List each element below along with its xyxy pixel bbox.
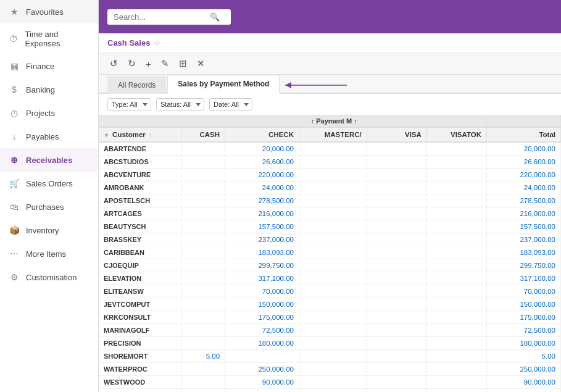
sidebar-item-customisation[interactable]: ⚙ Customisation xyxy=(0,265,98,289)
type-filter[interactable]: Type: All xyxy=(107,98,151,111)
breadcrumb-bar: Cash Sales ☆ xyxy=(99,33,561,53)
table-row[interactable]: ARTCAGES216,000.00216,000.00 xyxy=(99,207,561,220)
cell-mastercard-19 xyxy=(299,389,367,393)
sidebar-label-sales-orders: Sales Orders xyxy=(26,179,73,188)
cell-mastercard-11 xyxy=(299,285,367,298)
table-row[interactable]: MARINAGOLF72,500.0072,500.00 xyxy=(99,324,561,337)
redo-button[interactable]: ↻ xyxy=(125,57,138,70)
projects-icon: ◷ xyxy=(9,107,20,119)
sales-table: ↑ Payment M ↑ ▼ Customer ↑ CASH CHECK MA… xyxy=(99,115,561,392)
table-row[interactable]: KRKCONSULT175,000.00175,000.00 xyxy=(99,311,561,324)
cell-visa-3 xyxy=(367,181,426,194)
cell-mastercard-17 xyxy=(299,363,367,376)
cell-mastercard-12 xyxy=(299,298,367,311)
table-row[interactable]: ELEVATION317,100.00317,100.00 xyxy=(99,272,561,285)
sidebar-item-finance[interactable]: ▦ Finance xyxy=(0,54,98,78)
table-row[interactable]: WATERPROC250,000.00250,000.00 xyxy=(99,363,561,376)
cell-cash-6 xyxy=(181,220,225,233)
col-header-mastercard: MASTERC/ xyxy=(299,127,367,142)
search-icon[interactable]: 🔍 xyxy=(210,12,220,22)
cell-visatok-11 xyxy=(426,285,486,298)
refresh-button[interactable]: ↺ xyxy=(107,57,120,70)
sidebar-item-payables[interactable]: ↓ Payables xyxy=(0,125,98,148)
table-row[interactable]: WFAN4.00166,500.00166,504.00 xyxy=(99,389,561,393)
sidebar-item-purchases[interactable]: 🛍 Purchases xyxy=(0,195,98,219)
breadcrumb-link[interactable]: Cash Sales xyxy=(107,38,150,48)
add-button[interactable]: + xyxy=(143,57,154,70)
status-filter[interactable]: Status: All xyxy=(156,98,204,111)
cell-customer-4: APOSTELSCH xyxy=(99,194,181,207)
cell-mastercard-9 xyxy=(299,259,367,272)
table-row[interactable]: ABCSTUDIOS26,600.0026,600.00 xyxy=(99,156,561,169)
tab-sales-by-payment[interactable]: Sales by Payment Method xyxy=(167,75,280,94)
table-row[interactable]: CJOEQUIP299,750.00299,750.00 xyxy=(99,259,561,272)
cell-check-1: 26,600.00 xyxy=(225,156,299,169)
search-box[interactable]: 🔍 xyxy=(107,9,231,25)
table-row[interactable]: APOSTELSCH278,500.00278,500.00 xyxy=(99,194,561,207)
cell-visatok-8 xyxy=(426,246,486,259)
sidebar-item-projects[interactable]: ◷ Projects xyxy=(0,101,98,125)
sidebar-item-more-items[interactable]: ⋯ More Items xyxy=(0,242,98,265)
table-row[interactable]: BRASSKEY237,000.00237,000.00 xyxy=(99,233,561,246)
table-row[interactable]: AMROBANK24,000.0024,000.00 xyxy=(99,181,561,194)
table-row[interactable]: PRECISION180,000.00180,000.00 xyxy=(99,337,561,350)
tab-all-records[interactable]: All Records xyxy=(107,76,166,94)
customer-sort-icon[interactable]: ↑ xyxy=(149,132,152,138)
purchases-icon: 🛍 xyxy=(9,201,20,212)
table-row[interactable]: SHOREMORT5.005.00 xyxy=(99,350,561,363)
cell-visa-4 xyxy=(367,194,426,207)
cell-total-10: 317,100.00 xyxy=(487,272,561,285)
table-row[interactable]: JEVTCOMPUT150,000.00150,000.00 xyxy=(99,298,561,311)
search-input[interactable] xyxy=(114,12,206,22)
cell-check-19: 166,500.00 xyxy=(225,389,299,393)
cell-total-6: 157,500.00 xyxy=(487,220,561,233)
cell-total-14: 72,500.00 xyxy=(487,324,561,337)
grid-button[interactable]: ⊞ xyxy=(177,57,189,70)
sidebar-item-sales-orders[interactable]: 🛒 Sales Orders xyxy=(0,172,98,195)
sidebar-label-projects: Projects xyxy=(26,109,55,118)
cell-customer-6: BEAUTYSCH xyxy=(99,220,181,233)
date-filter[interactable]: Date: All xyxy=(209,98,252,111)
close-button[interactable]: ✕ xyxy=(194,57,207,70)
table-row[interactable]: ABCVENTURE220,000.00220,000.00 xyxy=(99,169,561,181)
cell-total-4: 278,500.00 xyxy=(487,194,561,207)
cell-customer-12: JEVTCOMPUT xyxy=(99,298,181,311)
cell-visatok-0 xyxy=(426,142,486,156)
cell-check-15: 180,000.00 xyxy=(225,337,299,350)
cell-visatok-14 xyxy=(426,324,486,337)
arrow-annotation xyxy=(285,78,359,93)
cell-visatok-4 xyxy=(426,194,486,207)
table-row[interactable]: WESTWOOD90,000.0090,000.00 xyxy=(99,376,561,389)
sidebar: ★ Favourites ⏱ Time and Expenses ▦ Finan… xyxy=(0,0,99,392)
table-row[interactable]: BEAUTYSCH157,500.00157,500.00 xyxy=(99,220,561,233)
sidebar-label-finance: Finance xyxy=(26,62,54,71)
table-row[interactable]: ELITEANSW70,000.0070,000.00 xyxy=(99,285,561,298)
sidebar-item-favourites[interactable]: ★ Favourites xyxy=(0,0,98,23)
sidebar-label-inventory: Inventory xyxy=(26,226,59,235)
sidebar-item-banking[interactable]: $ Banking xyxy=(0,78,98,101)
sidebar-item-receivables[interactable]: ⊕ Receivables xyxy=(0,148,98,172)
cell-customer-7: BRASSKEY xyxy=(99,233,181,246)
cell-check-12: 150,000.00 xyxy=(225,298,299,311)
cell-cash-14 xyxy=(181,324,225,337)
cell-check-14: 72,500.00 xyxy=(225,324,299,337)
cell-cash-17 xyxy=(181,363,225,376)
sidebar-item-inventory[interactable]: 📦 Inventory xyxy=(0,219,98,242)
cell-check-8: 183,093.00 xyxy=(225,246,299,259)
table-row[interactable]: CARIBBEAN183,093.00183,093.00 xyxy=(99,246,561,259)
cell-customer-13: KRKCONSULT xyxy=(99,311,181,324)
inventory-icon: 📦 xyxy=(9,225,20,236)
breadcrumb-star[interactable]: ☆ xyxy=(154,38,161,48)
cell-cash-12 xyxy=(181,298,225,311)
customer-filter-icon[interactable]: ▼ xyxy=(104,132,109,138)
cell-cash-9 xyxy=(181,259,225,272)
cell-mastercard-16 xyxy=(299,350,367,363)
cell-check-0: 20,000.00 xyxy=(225,142,299,156)
data-table-container: ↑ Payment M ↑ ▼ Customer ↑ CASH CHECK MA… xyxy=(99,115,561,392)
table-row[interactable]: ABARTENDE20,000.0020,000.00 xyxy=(99,142,561,156)
cell-mastercard-13 xyxy=(299,311,367,324)
sidebar-item-time-expenses[interactable]: ⏱ Time and Expenses xyxy=(0,23,98,54)
cell-visa-15 xyxy=(367,337,426,350)
payment-method-header: ↑ Payment M ↑ xyxy=(181,115,487,127)
edit-button[interactable]: ✎ xyxy=(159,57,172,70)
